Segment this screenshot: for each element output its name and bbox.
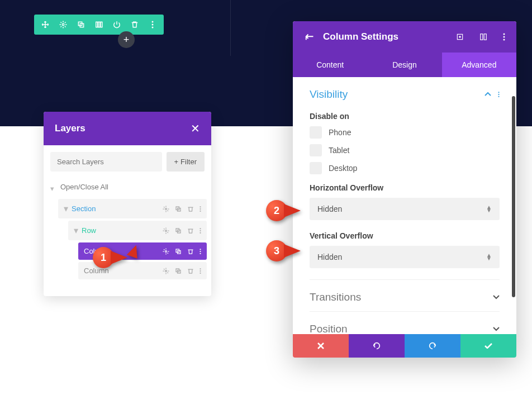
svg-point-42 [498, 96, 499, 97]
trash-icon[interactable] [187, 227, 194, 234]
visibility-section-header[interactable]: Visibility [310, 77, 500, 108]
gear-icon[interactable] [163, 248, 169, 255]
trash-icon[interactable] [187, 248, 194, 255]
more-icon[interactable] [503, 33, 505, 41]
disable-on-label: Disable on [310, 112, 500, 121]
svg-rect-35 [481, 34, 483, 40]
filter-button[interactable]: +Filter [167, 152, 205, 172]
svg-point-27 [165, 270, 167, 272]
chevron-up-icon[interactable] [484, 92, 491, 97]
svg-point-8 [152, 27, 154, 28]
svg-point-21 [165, 250, 167, 252]
gear-icon[interactable] [163, 206, 169, 212]
layer-item-row[interactable]: ▾Row [68, 221, 207, 240]
back-icon[interactable] [304, 33, 314, 41]
horizontal-overflow-select[interactable]: Hidden ▲▼ [310, 198, 500, 220]
layout-icon[interactable] [479, 33, 487, 41]
vertical-overflow-select[interactable]: Hidden ▲▼ [310, 246, 500, 268]
close-icon[interactable]: ✕ [191, 122, 200, 135]
annotation-badge-2: 2 [266, 200, 301, 221]
add-section-button[interactable]: + [118, 31, 135, 48]
bottom-actions [293, 334, 516, 358]
chevron-down-icon[interactable] [493, 327, 500, 331]
cancel-button[interactable] [293, 334, 349, 358]
checkbox-tablet[interactable] [310, 144, 322, 156]
layers-title: Layers [55, 123, 86, 134]
svg-point-32 [200, 272, 201, 273]
position-section-header[interactable]: Position [310, 312, 500, 334]
expand-icon[interactable] [456, 33, 464, 41]
more-icon[interactable] [200, 206, 201, 212]
duplicate-icon[interactable] [175, 268, 182, 274]
vertical-overflow-label: Vertical Overflow [310, 231, 500, 240]
power-icon[interactable] [112, 20, 121, 29]
svg-point-39 [504, 39, 505, 41]
svg-point-6 [152, 21, 154, 23]
gear-icon[interactable] [163, 268, 169, 274]
svg-point-31 [200, 270, 201, 271]
settings-header: Column Settings [293, 21, 516, 53]
svg-rect-3 [96, 22, 98, 27]
columns-icon[interactable] [94, 20, 103, 29]
search-layers-input[interactable] [50, 152, 162, 172]
phone-label: Phone [329, 128, 351, 137]
svg-point-34 [459, 36, 460, 37]
svg-point-9 [165, 208, 167, 210]
column-settings-panel: Column Settings Content Design Advanced … [293, 21, 516, 358]
gear-icon[interactable] [163, 227, 169, 234]
svg-point-24 [200, 249, 201, 250]
trash-icon[interactable] [187, 206, 194, 212]
select-arrows-icon: ▲▼ [486, 254, 492, 260]
svg-rect-5 [101, 22, 102, 27]
duplicate-icon[interactable] [175, 206, 182, 212]
scrollbar[interactable] [512, 96, 515, 297]
duplicate-icon[interactable] [77, 20, 86, 29]
svg-point-18 [200, 228, 201, 229]
layers-header: Layers ✕ [44, 112, 211, 145]
tab-content[interactable]: Content [293, 53, 367, 77]
svg-point-38 [504, 36, 505, 38]
layer-item-section[interactable]: ▾Section [58, 199, 207, 218]
svg-point-13 [200, 208, 201, 209]
svg-point-37 [504, 34, 505, 35]
svg-point-26 [200, 253, 201, 254]
redo-button[interactable] [405, 334, 460, 358]
chevron-down-icon[interactable] [493, 295, 500, 299]
horizontal-overflow-label: Horizontal Overflow [310, 183, 500, 192]
svg-point-20 [200, 232, 201, 233]
move-icon[interactable] [41, 20, 50, 29]
more-icon[interactable] [498, 91, 500, 98]
section-toolbar [34, 15, 164, 35]
undo-button[interactable] [349, 334, 405, 358]
svg-point-12 [200, 206, 201, 207]
more-icon[interactable] [148, 20, 157, 29]
annotation-badge-1: 1 [93, 247, 127, 268]
annotation-badge-3: 3 [266, 240, 301, 261]
svg-point-14 [200, 210, 201, 211]
tab-advanced[interactable]: Advanced [442, 53, 516, 77]
checkbox-phone[interactable] [310, 126, 322, 139]
trash-icon[interactable] [187, 268, 194, 274]
checkbox-desktop[interactable] [310, 162, 322, 174]
svg-point-19 [200, 230, 201, 231]
settings-tabs: Content Design Advanced [293, 53, 516, 77]
select-arrows-icon: ▲▼ [486, 206, 492, 212]
transitions-section-header[interactable]: Transitions [310, 280, 500, 311]
layers-panel: Layers ✕ +Filter ▾ Open/Close All ▾Secti… [44, 112, 211, 296]
open-close-all[interactable]: ▾ Open/Close All [48, 178, 207, 196]
desktop-label: Desktop [329, 164, 357, 173]
more-icon[interactable] [200, 268, 201, 274]
gear-icon[interactable] [59, 20, 68, 29]
duplicate-icon[interactable] [175, 227, 182, 234]
settings-title: Column Settings [323, 31, 440, 42]
svg-point-7 [152, 24, 154, 26]
tab-design[interactable]: Design [367, 53, 441, 77]
more-icon[interactable] [200, 227, 201, 234]
duplicate-icon[interactable] [175, 248, 182, 255]
save-button[interactable] [460, 334, 516, 358]
svg-point-15 [165, 230, 167, 231]
trash-icon[interactable] [130, 20, 139, 29]
more-icon[interactable] [200, 248, 201, 255]
svg-point-41 [498, 94, 499, 95]
svg-rect-4 [98, 22, 100, 27]
